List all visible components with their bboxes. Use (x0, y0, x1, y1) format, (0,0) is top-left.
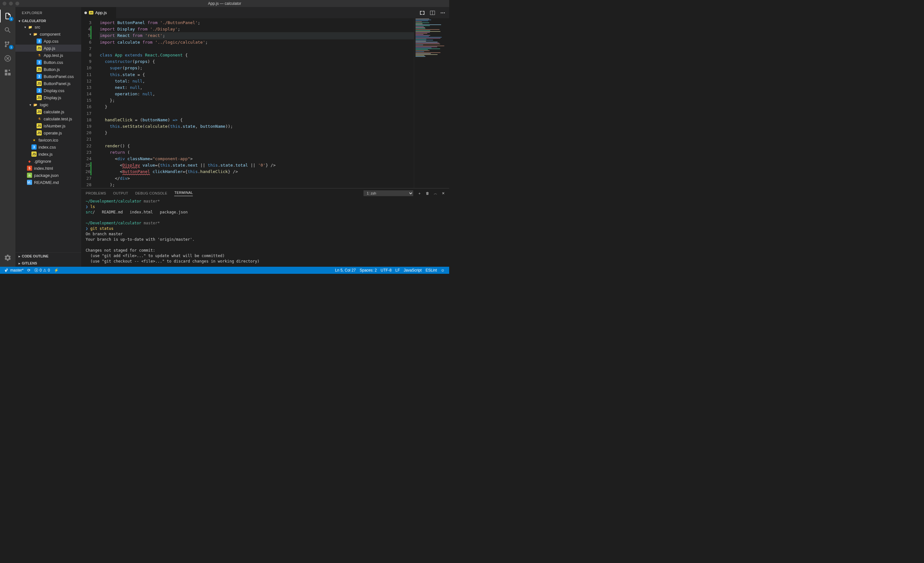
file-label: index.css (39, 145, 56, 150)
close-window-icon[interactable] (3, 2, 6, 6)
new-terminal-icon[interactable]: ＋ (418, 191, 421, 196)
file-buttonpanel-css[interactable]: 3ButtonPanel.css (15, 73, 81, 80)
activity-extensions[interactable] (0, 66, 15, 79)
file-button-css[interactable]: 3Button.css (15, 59, 81, 66)
split-editor-icon[interactable] (430, 10, 435, 15)
status-problems[interactable]: ⓧ0 ⚠0 (32, 268, 52, 273)
dirty-indicator-icon (84, 12, 87, 14)
file-index-js[interactable]: JSindex.js (15, 150, 81, 158)
js-icon: JS (37, 46, 42, 51)
activity-search[interactable] (0, 24, 15, 37)
chevron-down-icon: ▾ (28, 32, 33, 36)
status-lang[interactable]: JavaScript (402, 268, 423, 273)
section-gitlens[interactable]: ▸GITLENS (15, 260, 81, 267)
status-sync[interactable]: ⟳ (26, 268, 32, 273)
minimap[interactable] (414, 18, 449, 188)
maximize-panel-icon[interactable]: ︿ (434, 191, 437, 196)
maximize-window-icon[interactable] (15, 2, 19, 6)
window-title: App.js — calculator (208, 1, 241, 6)
panel-tabs: PROBLEMS OUTPUT DEBUG CONSOLE TERMINAL 1… (81, 188, 449, 198)
close-panel-icon[interactable]: ✕ (442, 191, 445, 195)
file-label: App.css (44, 39, 58, 44)
file-label: calculate.js (44, 110, 64, 114)
extensions-icon (4, 69, 12, 77)
explorer-badge: 1 (9, 17, 14, 21)
css-icon: 3 (37, 88, 42, 93)
file-label: index.html (34, 166, 53, 171)
file-label: operate.js (44, 131, 62, 135)
file-tree: ▾📁src ▾📂component 3App.css JSApp.js ⚗App… (15, 23, 81, 252)
js-icon: JS (32, 152, 37, 157)
file-label: ButtonPanel.js (44, 81, 70, 86)
folder-src[interactable]: ▾📁src (15, 23, 81, 30)
activity-settings[interactable] (0, 251, 15, 264)
file-label: isNumber.js (44, 123, 66, 128)
file-app-css[interactable]: 3App.css (15, 38, 81, 45)
status-eol[interactable]: LF (393, 268, 402, 273)
scm-badge: 1 (9, 45, 14, 50)
window-controls (3, 2, 19, 6)
activity-scm[interactable]: 1 (0, 38, 15, 51)
section-code-outline[interactable]: ▸CODE OUTLINE (15, 252, 81, 260)
file-buttonpanel-js[interactable]: JSButtonPanel.js (15, 80, 81, 87)
file-index-css[interactable]: 3index.css (15, 144, 81, 150)
file-display-js[interactable]: JSDisplay.js (15, 94, 81, 101)
js-icon: JS (37, 130, 42, 135)
status-feedback[interactable]: ☺ (439, 268, 447, 273)
branch-label: master* (10, 268, 23, 273)
code-content[interactable]: import ButtonPanel from './ButtonPanel';… (97, 18, 414, 188)
panel-tab-output[interactable]: OUTPUT (113, 191, 128, 195)
branch-icon (4, 268, 9, 273)
tabs-bar: JS App.js (81, 7, 449, 18)
file-app-test[interactable]: ⚗App.test.js (15, 52, 81, 59)
file-gitignore[interactable]: ◆.gitignore (15, 158, 81, 165)
editor-body[interactable]: 3456789101112131415161718192021222324252… (81, 18, 449, 188)
chevron-down-icon: ▾ (22, 26, 28, 29)
status-position[interactable]: Ln 5, Col 27 (333, 268, 358, 273)
file-display-css[interactable]: 3Display.css (15, 87, 81, 94)
activity-debug[interactable] (0, 52, 15, 65)
file-package-json[interactable]: npackage.json (15, 172, 81, 179)
sidebar-root[interactable]: ▾ CALCULATOR (15, 18, 81, 23)
folder-component[interactable]: ▾📂component (15, 30, 81, 38)
panel-tab-debug[interactable]: DEBUG CONSOLE (135, 191, 168, 195)
panel-tab-problems[interactable]: PROBLEMS (86, 191, 106, 195)
file-isnumber-js[interactable]: JSisNumber.js (15, 122, 81, 129)
status-live[interactable]: ⚡ (52, 268, 61, 273)
file-calculate-test[interactable]: ⚗calculate.test.js (15, 115, 81, 122)
folder-icon: 📁 (28, 24, 33, 30)
folder-logic[interactable]: ▾📂logic (15, 101, 81, 108)
error-count: 0 (39, 268, 42, 273)
section-label: CODE OUTLINE (22, 254, 48, 258)
section-label: GITLENS (22, 261, 37, 265)
file-index-html[interactable]: 5index.html (15, 165, 81, 172)
bolt-icon: ⚡ (54, 268, 59, 273)
status-encoding[interactable]: UTF-8 (379, 268, 393, 273)
terminal-selector[interactable]: 1: zsh (363, 190, 413, 196)
tab-app-js[interactable]: JS App.js (81, 7, 117, 18)
terminal-content[interactable]: ~/Development/calculator master* ❯ ls sr… (81, 198, 449, 267)
editor-area: JS App.js 345678910111213141516171819202… (81, 7, 449, 267)
compare-icon[interactable] (420, 10, 425, 15)
status-branch[interactable]: master* (3, 268, 26, 273)
file-favicon[interactable]: ★favicon.ico (15, 137, 81, 144)
minimize-window-icon[interactable] (9, 2, 13, 6)
sync-icon: ⟳ (27, 268, 30, 273)
file-operate-js[interactable]: JSoperate.js (15, 129, 81, 137)
file-label: favicon.ico (39, 138, 58, 143)
activity-bar: 1 1 (0, 7, 15, 267)
panel-tab-terminal[interactable]: TERMINAL (174, 191, 193, 196)
root-label: CALCULATOR (22, 19, 46, 23)
file-readme[interactable]: M↓README.md (15, 179, 81, 186)
file-calculate-js[interactable]: JScalculate.js (15, 108, 81, 115)
sidebar: EXPLORER ▾ CALCULATOR ▾📁src ▾📂component … (15, 7, 81, 267)
folder-label: logic (40, 102, 48, 107)
status-spaces[interactable]: Spaces: 2 (358, 268, 379, 273)
file-button-js[interactable]: JSButton.js (15, 66, 81, 73)
folder-label: component (40, 32, 60, 37)
kill-terminal-icon[interactable]: 🗑 (426, 191, 429, 195)
more-icon[interactable] (440, 10, 446, 15)
file-app-js[interactable]: JSApp.js (15, 45, 81, 52)
status-lint[interactable]: ESLint (423, 268, 439, 273)
activity-explorer[interactable]: 1 (0, 10, 15, 23)
